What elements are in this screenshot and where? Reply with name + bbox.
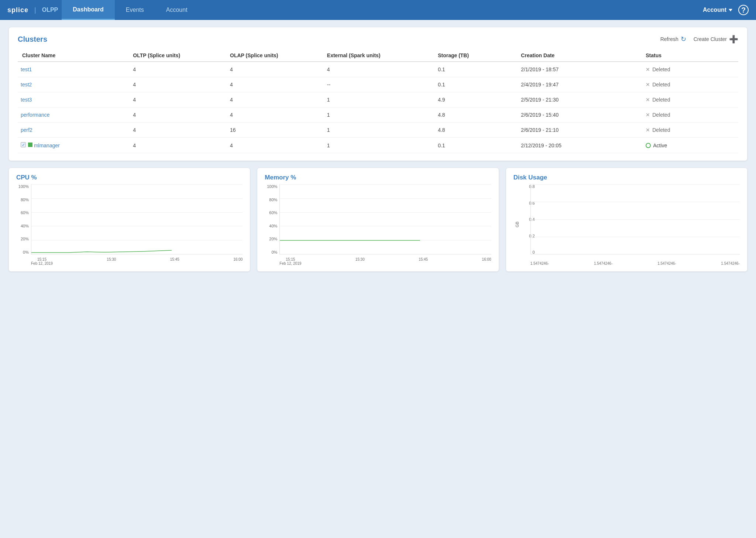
memory-chart-area: 100% 80% 60% 40% 20% 0%: [265, 184, 491, 265]
created-cell: 2/5/2019 - 21:30: [516, 92, 641, 107]
oltp-cell: 4: [128, 107, 226, 123]
mem-y-100: 100%: [267, 184, 279, 189]
table-row: performance4414.82/6/2019 - 15:40✕ Delet…: [18, 107, 738, 123]
deleted-x-icon: ✕: [646, 66, 650, 72]
status-cell: ✕ Deleted: [641, 77, 738, 92]
storage-cell: 4.9: [433, 92, 516, 107]
mem-y-40: 40%: [269, 224, 279, 228]
col-status: Status: [641, 49, 738, 62]
cluster-name-link[interactable]: mlmanager: [34, 143, 60, 148]
olap-cell: 16: [226, 123, 323, 138]
cpu-y-60: 60%: [21, 210, 30, 215]
nav-tab-events[interactable]: Events: [115, 0, 155, 20]
cluster-name-link[interactable]: perf2: [21, 127, 32, 133]
main-nav: Dashboard Events Account: [62, 0, 703, 20]
table-row: ✓ mlmanager4410.12/12/2019 - 20:05 Activ…: [18, 138, 738, 153]
disk-chart-panel: Disk Usage GB 0.8 0.6 0.4 0.2 0: [506, 168, 747, 271]
charts-row: CPU % 100% 80% 60% 40% 20% 0%: [9, 168, 747, 271]
mem-y-60: 60%: [269, 210, 279, 215]
cluster-name-link[interactable]: performance: [21, 112, 50, 118]
main-content: Clusters Refresh ↻ Create Cluster ➕ Clus…: [0, 20, 756, 279]
refresh-icon: ↻: [681, 35, 686, 43]
storage-cell: 0.1: [433, 138, 516, 153]
status-badge: ✕ Deleted: [646, 112, 734, 118]
gb-axis-label: GB: [515, 222, 519, 227]
external-cell: 1: [323, 123, 433, 138]
storage-cell: 0.1: [433, 77, 516, 92]
logo-area: splice | OLPP: [7, 6, 58, 14]
cluster-name-link[interactable]: test3: [21, 97, 32, 103]
status-cell: ✕ Deleted: [641, 92, 738, 107]
cluster-name-cell: test1: [18, 62, 128, 77]
refresh-button[interactable]: Refresh ↻: [660, 35, 686, 43]
disk-grid-06: [531, 202, 740, 202]
memory-y-labels: 100% 80% 60% 40% 20% 0%: [265, 184, 279, 254]
storage-cell: 0.1: [433, 62, 516, 77]
cluster-name-link[interactable]: test2: [21, 82, 32, 88]
external-cell: 1: [323, 107, 433, 123]
disk-grid-02: [531, 237, 740, 237]
created-cell: 2/4/2019 - 19:47: [516, 77, 641, 92]
status-cell: Active: [641, 138, 738, 153]
olap-cell: 4: [226, 77, 323, 92]
status-cell: ✕ Deleted: [641, 123, 738, 138]
memory-plot: [279, 184, 491, 254]
disk-grid-04: [531, 219, 740, 220]
account-button[interactable]: Account: [703, 7, 732, 13]
memory-chart-panel: Memory % 100% 80% 60% 40% 20% 0%: [257, 168, 498, 271]
memory-chart-title: Memory %: [265, 174, 491, 181]
logo-divider: |: [34, 6, 36, 14]
olap-cell: 4: [226, 62, 323, 77]
status-badge: Active: [646, 143, 734, 148]
mem-x-1600: 16:00: [482, 257, 491, 261]
external-cell: 1: [323, 138, 433, 153]
memory-line-svg: [280, 184, 491, 254]
external-cell: 1: [323, 92, 433, 107]
col-cluster-name: Cluster Name: [18, 49, 128, 62]
nav-tab-dashboard[interactable]: Dashboard: [62, 0, 115, 20]
col-external: External (Spark units): [323, 49, 433, 62]
cpu-x-1515: 15:15 Feb 12, 2019: [31, 257, 53, 265]
disk-chart-area: GB 0.8 0.6 0.4 0.2 0 1.5474246- 1.547424…: [513, 184, 740, 265]
cluster-name-cell: performance: [18, 107, 128, 123]
header: splice | OLPP Dashboard Events Account A…: [0, 0, 756, 20]
created-cell: 2/1/2019 - 18:57: [516, 62, 641, 77]
status-badge: ✕ Deleted: [646, 127, 734, 133]
cpu-x-1530: 15:30: [107, 257, 116, 261]
deleted-x-icon: ✕: [646, 112, 650, 118]
col-olap: OLAP (Splice units): [226, 49, 323, 62]
clusters-panel-header: Clusters Refresh ↻ Create Cluster ➕: [18, 35, 738, 44]
disk-x-4: 1.5474246-: [721, 261, 740, 265]
cluster-name-link[interactable]: test1: [21, 66, 32, 72]
create-cluster-button[interactable]: Create Cluster ➕: [694, 35, 738, 44]
cpu-y-0: 0%: [23, 250, 30, 254]
cpu-x-1545: 15:45: [170, 257, 179, 261]
help-icon: ?: [741, 6, 746, 14]
cpu-y-20: 20%: [21, 237, 30, 241]
refresh-label: Refresh: [660, 36, 678, 42]
oltp-cell: 4: [128, 92, 226, 107]
panel-actions: Refresh ↻ Create Cluster ➕: [660, 35, 738, 44]
help-button[interactable]: ?: [738, 5, 749, 15]
disk-x-labels: 1.5474246- 1.5474246- 1.5474246- 1.54742…: [530, 261, 740, 265]
nav-tab-account[interactable]: Account: [155, 0, 199, 20]
status-badge: ✕ Deleted: [646, 97, 734, 103]
account-label: Account: [703, 7, 726, 13]
cpu-chart-title: CPU %: [16, 174, 243, 181]
status-badge: ✕ Deleted: [646, 82, 734, 88]
mem-x-1515: 15:15 Feb 12, 2019: [279, 257, 301, 265]
mem-y-80: 80%: [269, 198, 279, 202]
table-header-row: Cluster Name OLTP (Splice units) OLAP (S…: [18, 49, 738, 62]
cluster-name-cell: test2: [18, 77, 128, 92]
oltp-cell: 4: [128, 123, 226, 138]
mem-x-1530: 15:30: [355, 257, 365, 261]
mem-y-0: 0%: [271, 250, 279, 254]
deleted-x-icon: ✕: [646, 82, 650, 88]
disk-x-2: 1.5474246-: [594, 261, 613, 265]
external-cell: --: [323, 77, 433, 92]
disk-grid-08: [531, 184, 740, 185]
created-cell: 2/6/2019 - 15:40: [516, 107, 641, 123]
row-checkbox-icon[interactable]: ✓: [21, 142, 26, 147]
clusters-table: Cluster Name OLTP (Splice units) OLAP (S…: [18, 49, 738, 153]
table-row: test34414.92/5/2019 - 21:30✕ Deleted: [18, 92, 738, 107]
